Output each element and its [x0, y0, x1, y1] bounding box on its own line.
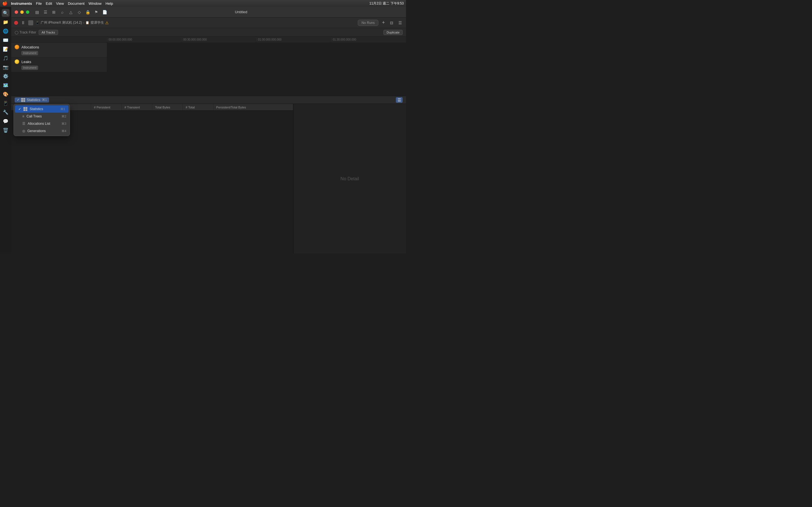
view-selector-button[interactable]: ✓ Statistics ⌘1 [15, 98, 49, 103]
dock-icon-8[interactable]: 🗺️ [2, 81, 10, 89]
view-selector: ✓ Statistics ⌘1 ✓ Stati [11, 96, 406, 104]
app-name[interactable]: Instruments [11, 1, 32, 6]
tracks-empty-area [11, 72, 406, 96]
statistics-shortcut: ⌘1 [60, 107, 65, 111]
allocations-name: Allocations [21, 45, 39, 49]
leaks-name: Leaks [21, 60, 31, 64]
dock-icon-11[interactable]: 🔧 [2, 108, 10, 116]
menu-window[interactable]: Window [89, 1, 101, 6]
dropdown-menu: ✓ Statistics ⌘1 ✓ ≡ Call Trees ⌘2 ✓ [13, 104, 70, 136]
allocations-badge[interactable]: Instrument [21, 51, 38, 55]
apple-menu[interactable]: 🍎 [2, 1, 8, 6]
calltrees-check: ✓ [17, 114, 20, 118]
dock-icon-2[interactable]: 🌐 [2, 27, 10, 35]
dock-sidebar: 🔍 📁 🌐 ✉️ 📝 🎵 📷 ⚙️ 🗺️ 🎨 📱 🔧 💬 🗑️ [0, 7, 11, 253]
ruler-mark-2: 01:00.000.000.000 [257, 38, 331, 41]
th-persistent-total-bytes[interactable]: Persistent/Total Bytes [213, 104, 293, 110]
list-icon[interactable]: ☰ [42, 9, 49, 15]
dropdown-item-statistics[interactable]: ✓ Statistics ⌘1 [15, 105, 68, 113]
track-row-allocations: Allocations Instrument [11, 43, 406, 57]
track-row-leaks: Leaks Instrument [11, 57, 406, 72]
allocations-list-label: Allocations List [28, 122, 50, 126]
th-num-total[interactable]: # Total [183, 104, 213, 110]
allocations-check: ✓ [17, 122, 20, 126]
menubar-time: 11月2日 週二 下午9:53 [369, 1, 404, 6]
dock-icon-3[interactable]: ✉️ [2, 36, 10, 44]
sidebar-toggle-icon[interactable]: ▤ [34, 9, 40, 15]
generations-check: ✓ [17, 129, 20, 133]
search-icon[interactable]: ⌕ [59, 9, 65, 15]
generations-shortcut: ⌘4 [61, 129, 66, 133]
statistics-grid-icon [23, 107, 28, 111]
device-selector[interactable]: 📱 广州 iPhoneX 测试机 (14.2) › 📋 窺课学生 ⚠ [36, 20, 109, 25]
detail-icon[interactable]: ☰ [397, 20, 403, 26]
minimize-button[interactable] [20, 10, 24, 14]
th-num-persistent[interactable]: # Persistent [91, 104, 121, 110]
dock-icon-6[interactable]: 📷 [2, 63, 10, 71]
window-controls [15, 10, 29, 14]
dropdown-item-calltrees[interactable]: ✓ ≡ Call Trees ⌘2 [14, 113, 70, 120]
menubar: 🍎 Instruments File Edit View Document Wi… [0, 0, 406, 7]
leaks-content [107, 57, 406, 72]
dock-icon-9[interactable]: 🎨 [2, 90, 10, 98]
flag-icon[interactable]: ⚑ [93, 9, 99, 15]
dropdown-item-allocations-list[interactable]: ✓ ☰ Allocations List ⌘3 [14, 120, 70, 127]
generations-icon: ◎ [22, 129, 25, 133]
menu-file[interactable]: File [36, 1, 42, 6]
add-track-button[interactable]: + [380, 20, 386, 25]
expand-icon[interactable]: ⊟ [389, 20, 395, 26]
view-grid-icon [21, 98, 25, 102]
alert-icon[interactable]: △ [68, 9, 74, 15]
record-button[interactable] [14, 21, 18, 25]
maximize-button[interactable] [26, 10, 29, 14]
leaks-badge[interactable]: Instrument [21, 66, 38, 70]
warning-icon: ⚠ [105, 20, 109, 25]
calltrees-label: Call Trees [27, 114, 42, 118]
menu-help[interactable]: Help [105, 1, 113, 6]
menu-edit[interactable]: Edit [46, 1, 52, 6]
toolbar-icons: ▤ ☰ ⊞ ⌕ △ ◇ 🔒 ⚑ 📄 [34, 9, 108, 15]
detail-toggle-button[interactable]: ☰ [396, 97, 403, 103]
stop-button[interactable] [28, 20, 33, 25]
dock-icon-1[interactable]: 📁 [2, 18, 10, 26]
th-total-bytes[interactable]: Total Bytes [152, 104, 183, 110]
run-selector[interactable]: No Runs [358, 20, 378, 26]
bottom-panel: ✓ Statistics ⌘1 ✓ Stati [11, 96, 406, 253]
main-content: Persistent ▼ # Persistent # Transient To… [11, 104, 406, 253]
pause-button[interactable]: ⏸ [20, 20, 26, 25]
th-num-transient[interactable]: # Transient [122, 104, 152, 110]
doc-icon[interactable]: 📄 [101, 9, 108, 15]
dock-icon-finder[interactable]: 🔍 [2, 9, 10, 17]
no-detail-label: No Detail [341, 176, 359, 181]
all-tracks-button[interactable]: All Tracks [39, 30, 58, 35]
ruler-mark-1: 00:30.000.000.000 [182, 38, 257, 41]
timeline-ruler: 00:00.000.000.000 00:30.000.000.000 01:0… [11, 37, 406, 43]
dock-icon-12[interactable]: 💬 [2, 117, 10, 125]
check-mark-icon: ✓ [18, 107, 21, 111]
lock-icon[interactable]: 🔒 [85, 9, 91, 15]
dock-icon-5[interactable]: 🎵 [2, 54, 10, 62]
dock-icon-4[interactable]: 📝 [2, 45, 10, 53]
dropdown-item-generations[interactable]: ✓ ◎ Generations ⌘4 [14, 127, 70, 135]
instruments-window: ▤ ☰ ⊞ ⌕ △ ◇ 🔒 ⚑ 📄 Untitled ⏸ 📱 广州 iPhone… [11, 7, 406, 253]
close-button[interactable] [15, 10, 18, 14]
track-header-leaks: Leaks Instrument [11, 57, 107, 72]
allocations-content [107, 43, 406, 57]
menu-document[interactable]: Document [68, 1, 85, 6]
grid-icon[interactable]: ⊞ [51, 9, 57, 15]
instruments-toolbar: ⏸ 📱 广州 iPhoneX 测试机 (14.2) › 📋 窺课学生 ⚠ No … [11, 17, 406, 28]
diamond-icon[interactable]: ◇ [76, 9, 82, 15]
dock-icon-13[interactable]: 🗑️ [2, 126, 10, 134]
dock-icon-10[interactable]: 📱 [2, 99, 10, 107]
filter-label: ◯ Track Filter [15, 31, 36, 34]
view-selector-shortcut: ⌘1 [42, 98, 47, 102]
check-icon: ✓ [17, 98, 19, 102]
duplicate-button[interactable]: Duplicate [384, 30, 403, 35]
menubar-right: 11月2日 週二 下午9:53 [369, 1, 404, 6]
detail-panel: No Detail [293, 104, 406, 253]
menu-view[interactable]: View [56, 1, 64, 6]
ruler-mark-3: 01:30.000.000.000 [331, 38, 406, 41]
dock-icon-7[interactable]: ⚙️ [2, 72, 10, 80]
window-title: Untitled [108, 10, 374, 14]
ruler-marks: 00:00.000.000.000 00:30.000.000.000 01:0… [107, 38, 406, 41]
